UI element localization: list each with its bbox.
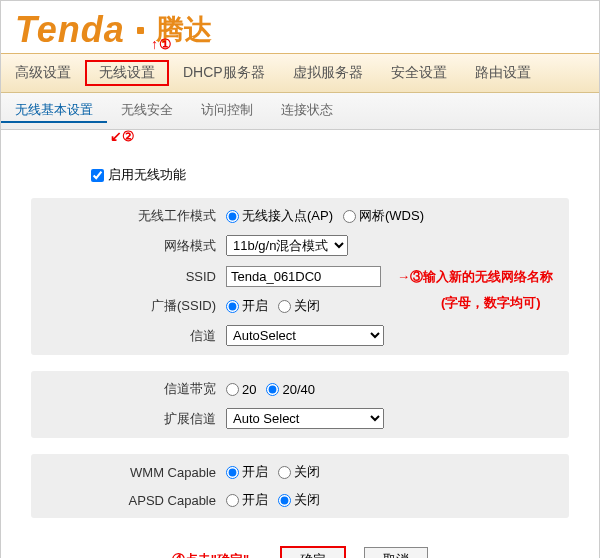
channel-label: 信道 (31, 327, 226, 345)
logo-bar: Tenda 腾达 (1, 1, 599, 53)
nav-dhcp[interactable]: DHCP服务器 (169, 60, 279, 86)
net-mode-select[interactable]: 11b/g/n混合模式 (226, 235, 348, 256)
apsd-off[interactable]: 关闭 (278, 491, 320, 509)
apsd-label: APSD Capable (31, 493, 226, 508)
work-mode-label: 无线工作模式 (31, 207, 226, 225)
logo-text: Tenda (15, 9, 125, 51)
annot-3-sub: (字母，数字均可) (441, 294, 541, 312)
bandwidth-2040[interactable]: 20/40 (266, 382, 315, 397)
wmm-label: WMM Capable (31, 465, 226, 480)
broadcast-off[interactable]: 关闭 (278, 297, 320, 315)
nav-security[interactable]: 安全设置 (377, 60, 461, 86)
nav-virtual[interactable]: 虚拟服务器 (279, 60, 377, 86)
ext-channel-select[interactable]: Auto Select (226, 408, 384, 429)
nav-wireless[interactable]: 无线设置 (85, 60, 169, 86)
group-basic: 无线工作模式 无线接入点(AP) 网桥(WDS) 网络模式 11b/g/n混合模… (31, 198, 569, 355)
nav-advanced[interactable]: 高级设置 (1, 60, 85, 86)
form-area: 启用无线功能 无线工作模式 无线接入点(AP) 网桥(WDS) 网络模式 11b… (1, 144, 599, 558)
annot-3: →③输入新的无线网络名称 (397, 268, 553, 286)
ok-button[interactable]: 确定 (280, 546, 346, 558)
subnav-access[interactable]: 访问控制 (187, 99, 267, 123)
ssid-input[interactable] (226, 266, 381, 287)
cancel-button[interactable]: 取消 (364, 547, 428, 558)
subnav-security[interactable]: 无线安全 (107, 99, 187, 123)
wmm-off[interactable]: 关闭 (278, 463, 320, 481)
work-mode-ap[interactable]: 无线接入点(AP) (226, 207, 333, 225)
broadcast-label: 广播(SSID) (31, 297, 226, 315)
subnav-basic[interactable]: 无线基本设置 (1, 99, 107, 123)
annot-4: ④点击"确定"→ (172, 551, 262, 558)
sub-nav: 无线基本设置 无线安全 访问控制 连接状态 (1, 93, 599, 130)
ext-channel-label: 扩展信道 (31, 410, 226, 428)
enable-wireless-checkbox[interactable] (91, 169, 104, 182)
enable-wireless-label: 启用无线功能 (108, 166, 186, 184)
nav-routing[interactable]: 路由设置 (461, 60, 545, 86)
net-mode-label: 网络模式 (31, 237, 226, 255)
group-wmm: WMM Capable 开启 关闭 APSD Capable 开启 关闭 (31, 454, 569, 518)
main-nav: ① 高级设置 无线设置 DHCP服务器 虚拟服务器 安全设置 路由设置 (1, 53, 599, 93)
broadcast-on[interactable]: 开启 (226, 297, 268, 315)
apsd-on[interactable]: 开启 (226, 491, 268, 509)
channel-select[interactable]: AutoSelect (226, 325, 384, 346)
bandwidth-label: 信道带宽 (31, 380, 226, 398)
subnav-status[interactable]: 连接状态 (267, 99, 347, 123)
bandwidth-20[interactable]: 20 (226, 382, 256, 397)
group-channel: 信道带宽 20 20/40 扩展信道 Auto Select (31, 371, 569, 438)
work-mode-wds[interactable]: 网桥(WDS) (343, 207, 424, 225)
annot-2-icon: ② (108, 128, 135, 144)
ssid-label: SSID (31, 269, 226, 284)
logo-dot (137, 27, 144, 34)
annot-1-icon: ① (151, 36, 172, 52)
wmm-on[interactable]: 开启 (226, 463, 268, 481)
